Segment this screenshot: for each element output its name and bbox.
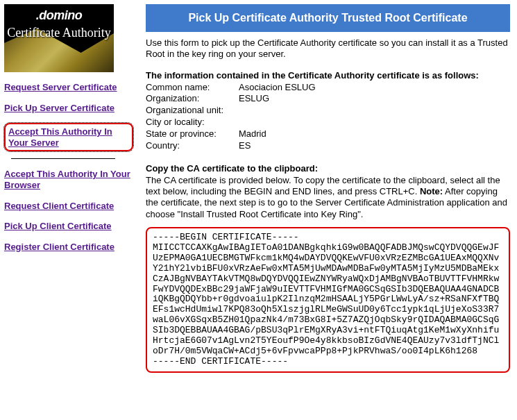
certificate-text[interactable]: -----BEGIN CERTIFICATE----- MIICCTCCAXKg… [146, 227, 510, 373]
table-row: Country: ES [146, 140, 510, 152]
organization-value: ESLUG [239, 93, 269, 105]
table-row: Organizational unit: [146, 105, 510, 117]
state-label: State or province: [146, 128, 239, 140]
nav-accept-authority-browser[interactable]: Accept This Authority In Your Browser [4, 169, 133, 190]
main-content: Pick Up Certificate Authority Trusted Ro… [135, 3, 514, 377]
logo: .domino Certificate Authority [4, 4, 114, 72]
nav-register-client-cert[interactable]: Register Client Certificate [4, 242, 133, 253]
table-row: State or province: Madrid [146, 128, 510, 140]
table-row: Organization: ESLUG [146, 93, 510, 105]
copy-note-label: Note: [420, 186, 443, 196]
sidebar-divider [11, 158, 115, 159]
nav-request-client-cert[interactable]: Request Client Certificate [4, 201, 133, 212]
copy-instructions: The CA certificate is provided below. To… [146, 175, 510, 220]
logo-brand: .domino [4, 4, 114, 23]
common-name-label: Common name: [146, 82, 239, 94]
city-label: City or locality: [146, 117, 239, 128]
logo-label: Certificate Authority [4, 26, 114, 40]
organization-label: Organization: [146, 93, 239, 105]
intro-text: Use this form to pick up the Certificate… [146, 37, 510, 60]
page-title-banner: Pick Up Certificate Authority Trusted Ro… [146, 4, 510, 32]
sidebar: .domino Certificate Authority Request Se… [3, 3, 135, 377]
nav-pickup-client-cert[interactable]: Pick Up Client Certificate [4, 221, 133, 232]
state-value: Madrid [239, 128, 266, 140]
table-row: City or locality: [146, 117, 510, 128]
copy-heading: Copy the CA certificate to the clipboard… [146, 163, 510, 174]
common-name-value: Asociacion ESLUG [239, 82, 316, 94]
org-unit-label: Organizational unit: [146, 105, 239, 117]
table-row: Common name: Asociacion ESLUG [146, 82, 510, 94]
country-value: ES [239, 140, 251, 152]
nav-pickup-server-cert[interactable]: Pick Up Server Certificate [4, 103, 133, 114]
info-heading: The information contained in the Certifi… [146, 70, 510, 81]
nav-accept-authority-server[interactable]: Accept This Authority In Your Server [4, 123, 133, 151]
nav-request-server-cert[interactable]: Request Server Certificate [4, 82, 133, 93]
country-label: Country: [146, 140, 239, 152]
cert-info-table: Common name: Asociacion ESLUG Organizati… [146, 82, 510, 152]
